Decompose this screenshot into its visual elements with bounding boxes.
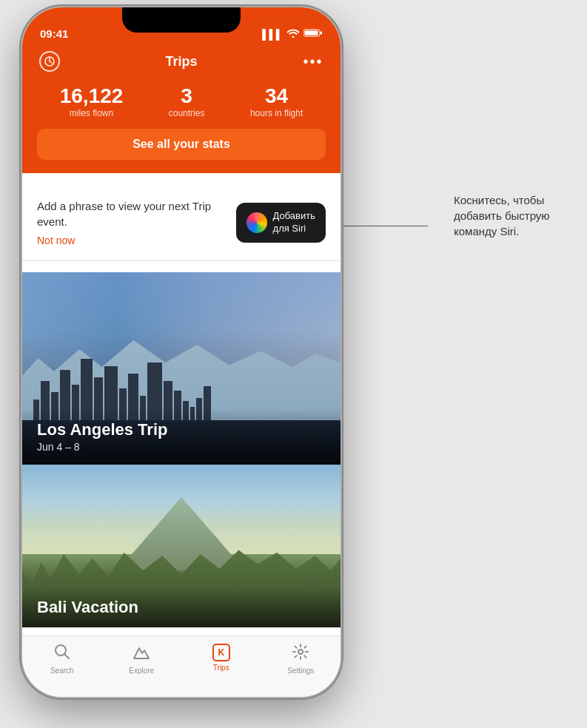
more-button[interactable]: ••• [301, 49, 326, 74]
notch [122, 7, 241, 33]
not-now-button[interactable]: Not now [37, 235, 75, 246]
header-left-icon[interactable] [37, 49, 62, 74]
la-trip-overlay: Los Angeles Trip Jun 4 – 8 [22, 408, 341, 465]
explore-tab-label: Explore [129, 667, 154, 675]
header-title: Trips [62, 54, 301, 70]
stat-miles: 16,122 miles flown [60, 86, 124, 118]
countries-label: countries [169, 108, 205, 118]
bali-trip-name: Bali Vacation [37, 598, 326, 617]
siri-orb-icon [246, 212, 267, 233]
siri-button-text: Добавить для Siri [273, 210, 315, 235]
trips-k-icon: K [212, 644, 230, 661]
gear-icon [292, 644, 309, 664]
countries-value: 3 [169, 86, 205, 107]
miles-value: 16,122 [60, 86, 124, 107]
status-icons: ▌▌▌ [262, 28, 323, 40]
scene: Коснитесь, чтобы добавить быструю команд… [0, 0, 587, 728]
la-trip-name: Los Angeles Trip [37, 420, 326, 439]
siri-description: Add a phrase to view your next Trip even… [37, 198, 236, 229]
mountain-icon [133, 644, 150, 664]
tab-bar: Search Explore K Trips [22, 636, 341, 697]
add-to-siri-button[interactable]: Добавить для Siri [236, 203, 326, 243]
stat-hours: 34 hours in flight [250, 86, 303, 118]
annotation-text: Коснитесь, чтобы добавить быструю команд… [454, 192, 572, 239]
trips-tab-label: Trips [213, 664, 229, 672]
trips-tab-icon: K [212, 644, 230, 661]
search-icon [54, 644, 70, 664]
trip-card-bali[interactable]: Bali Vacation [22, 465, 341, 627]
app-header: Trips ••• [22, 44, 341, 78]
phone-frame: 09:41 ▌▌▌ [22, 7, 341, 697]
tab-trips[interactable]: K Trips [192, 644, 251, 672]
stats-section: 16,122 miles flown 3 countries 34 hours … [22, 78, 341, 173]
svg-line-5 [64, 654, 69, 658]
trip-card-la[interactable]: Los Angeles Trip Jun 4 – 8 [22, 272, 341, 465]
hours-label: hours in flight [250, 108, 303, 118]
stat-countries: 3 countries [169, 86, 205, 118]
la-trip-dates: Jun 4 – 8 [37, 441, 326, 453]
annotation-label: Коснитесь, чтобы добавить быструю команд… [454, 194, 550, 237]
more-dots-icon: ••• [303, 53, 323, 70]
siri-card: Add a phrase to view your next Trip even… [22, 185, 341, 261]
annotation-line [332, 226, 428, 226]
hours-value: 34 [250, 86, 303, 107]
stats-row: 16,122 miles flown 3 countries 34 hours … [37, 86, 326, 118]
svg-rect-1 [305, 31, 318, 36]
tab-settings[interactable]: Settings [271, 644, 330, 675]
svg-point-6 [298, 650, 303, 654]
wifi-icon [287, 29, 299, 40]
search-tab-label: Search [50, 667, 74, 675]
settings-tab-label: Settings [287, 667, 314, 675]
tab-explore[interactable]: Explore [112, 644, 171, 675]
bali-trip-overlay: Bali Vacation [22, 587, 341, 627]
svg-rect-2 [321, 32, 323, 35]
trips-area: Los Angeles Trip Jun 4 – 8 Bali Vacation [22, 272, 341, 636]
battery-icon [303, 28, 323, 40]
miles-label: miles flown [60, 108, 124, 118]
siri-description-area: Add a phrase to view your next Trip even… [37, 198, 236, 247]
circle-timer-icon [39, 51, 60, 72]
status-time: 09:41 [40, 27, 68, 40]
signal-icon: ▌▌▌ [262, 29, 283, 40]
see-all-stats-button[interactable]: See all your stats [37, 129, 326, 160]
tab-search[interactable]: Search [33, 644, 92, 675]
